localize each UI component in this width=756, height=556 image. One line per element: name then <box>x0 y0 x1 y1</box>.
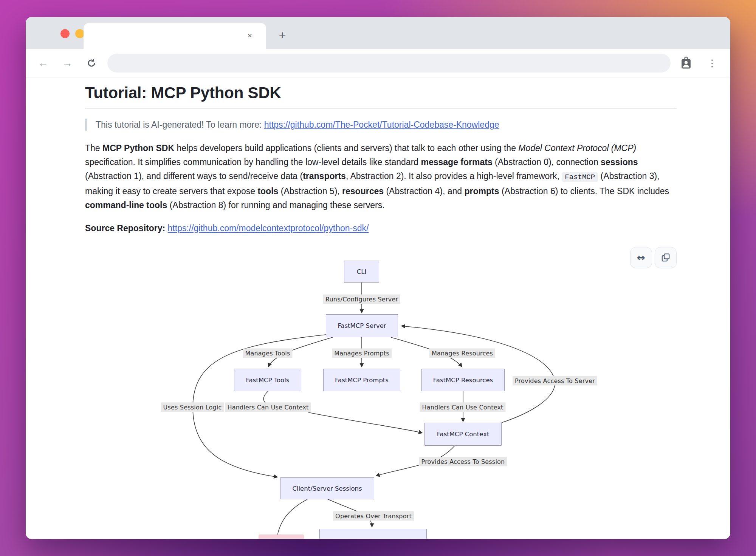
intro-text-segment: helps developers build applications (cli… <box>174 143 518 153</box>
page-title: Tutorial: MCP Python SDK <box>85 84 677 102</box>
expand-diagram-button[interactable]: ↔ <box>630 247 652 268</box>
intro-text-segment: message formats <box>421 157 493 167</box>
intro-text-segment: (Abstraction 5), <box>278 186 342 196</box>
tutorial-link[interactable]: https://github.com/The-Pocket/Tutorial-C… <box>264 120 499 130</box>
edge-label-manages-prompts: Manages Prompts <box>332 349 392 358</box>
divider <box>85 108 677 109</box>
intro-text-segment: (Abstraction 8) for running and managing… <box>167 200 384 210</box>
edge-label-manages-tools: Manages Tools <box>243 349 293 358</box>
diagram-node-tools: FastMCP Tools <box>234 369 301 391</box>
diagram-node-context: FastMCP Context <box>424 423 502 446</box>
intro-text-segment: transports <box>303 171 346 181</box>
diagram-node-sessions: Client/Server Sessions <box>280 477 374 499</box>
edge-label-operates: Operates Over Transport <box>333 511 414 521</box>
browser-tab[interactable]: × <box>84 23 266 49</box>
page-content: Tutorial: MCP Python SDK This tutorial i… <box>26 77 730 539</box>
intro-text-segment: prompts <box>465 186 499 196</box>
intro-text-segment: FastMCP <box>562 172 598 182</box>
intro-text-segment: specification. It simplifies communicati… <box>85 157 421 167</box>
edge-label-handlers-right: Handlers Can Use Context <box>420 403 505 412</box>
edge-label-provides-session: Provides Access To Session <box>419 457 507 466</box>
edge-label-provides-server: Provides Access To Server <box>513 376 597 386</box>
url-input[interactable] <box>107 54 671 73</box>
intro-text-segment: , Abstraction 2). It also provides a hig… <box>346 171 562 181</box>
diagram-node-server: FastMCP Server <box>326 314 398 337</box>
intro-text-segment: Model Context Protocol (MCP) <box>518 143 636 153</box>
intro-paragraph: The MCP Python SDK helps developers buil… <box>85 141 677 212</box>
intro-text-segment: command-line tools <box>85 200 167 210</box>
minimize-window-button[interactable] <box>75 29 84 38</box>
ai-generated-note: This tutorial is AI-generated! To learn … <box>85 119 677 131</box>
diagram-node-resources: FastMCP Resources <box>421 369 505 391</box>
source-repository-link[interactable]: https://github.com/modelcontextprotocol/… <box>168 223 369 233</box>
tab-strip: × + <box>26 17 730 49</box>
intro-text-segment: (Abstraction 6) to clients. The SDK incl… <box>499 186 669 196</box>
source-repository-label: Source Repository: <box>85 223 168 233</box>
edge-label-uses-session: Uses Session Logic <box>161 403 224 412</box>
browser-window: × + ← → ⋮ Tutorial: MCP Python SDK This … <box>26 17 730 539</box>
intro-text-segment: tools <box>257 186 278 196</box>
forward-arrow-icon[interactable]: → <box>57 53 77 73</box>
back-arrow-icon[interactable]: ← <box>33 53 53 73</box>
close-tab-icon[interactable]: × <box>244 30 256 41</box>
intro-text-segment: The <box>85 143 102 153</box>
expand-icon: ↔ <box>637 252 645 263</box>
intro-text-segment: sessions <box>601 157 638 167</box>
clipped-edge-label-fragment <box>259 534 304 539</box>
diagram-node-cli: CLI <box>344 261 379 283</box>
copy-icon <box>661 253 671 263</box>
edge-label-runs: Runs/Configures Server <box>323 295 400 304</box>
new-tab-button[interactable]: + <box>273 26 291 44</box>
note-text: This tutorial is AI-generated! To learn … <box>96 120 264 130</box>
diagram-node-transports <box>319 529 427 539</box>
intro-text-segment: (Abstraction 0), connection <box>493 157 601 167</box>
reload-icon[interactable] <box>82 53 101 73</box>
close-window-button[interactable] <box>60 29 70 38</box>
intro-text-segment: resources <box>342 186 384 196</box>
architecture-flowchart: ↔ CLIFastMCP ServerFastMCP ToolsFastMCP … <box>26 242 730 539</box>
kebab-menu-icon[interactable]: ⋮ <box>705 53 720 73</box>
browser-toolbar: ← → ⋮ <box>26 49 730 77</box>
intro-text-segment: (Abstraction 1), and different ways to s… <box>85 171 303 181</box>
copy-diagram-button[interactable] <box>655 247 677 268</box>
intro-text-segment: MCP Python SDK <box>102 143 174 153</box>
profile-icon[interactable] <box>679 56 694 71</box>
source-repository-line: Source Repository: https://github.com/mo… <box>85 223 677 233</box>
diagram-node-prompts: FastMCP Prompts <box>323 369 400 391</box>
edge-label-manages-resources: Manages Resources <box>429 349 495 358</box>
edge-label-handlers-left: Handlers Can Use Context <box>225 403 311 412</box>
intro-text-segment: (Abstraction 4), and <box>384 186 465 196</box>
